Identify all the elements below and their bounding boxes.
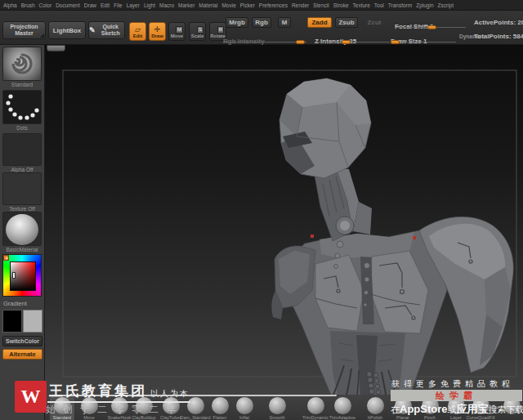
zcut-button[interactable]: Zcut (366, 17, 382, 28)
left-shelf: Standard Dots Alpha Off Texture Off Basi… (0, 45, 45, 420)
current-alpha-picker[interactable]: Alpha Off (2, 133, 42, 172)
menu-item[interactable]: Edit (101, 2, 110, 8)
brush-sphere-icon (212, 397, 229, 414)
tray-divider-tab[interactable] (47, 45, 65, 51)
ad-badge-band: 绘学霸 (391, 390, 522, 401)
menu-item[interactable]: Zplugin (416, 2, 433, 8)
brush-item[interactable]: TrimAdaptive (330, 397, 355, 420)
menu-item[interactable]: Render (292, 2, 309, 8)
current-texture-picker[interactable]: Texture Off (2, 172, 42, 212)
color-restore-chip[interactable] (3, 255, 9, 261)
menu-item[interactable]: Preferences (259, 2, 288, 8)
menu-item[interactable]: Layer (127, 2, 140, 8)
rgb-button[interactable]: Rgb (252, 17, 271, 28)
edit-mode-button[interactable]: ▱ Edit (129, 22, 146, 41)
active-points-readout: ActivePoints: 20, (474, 19, 523, 26)
alpha-thumbnail[interactable] (2, 133, 42, 166)
scale-mode-button[interactable]: S Scale (189, 22, 206, 41)
dots-icon (3, 91, 41, 123)
menu-item[interactable]: Zscript (438, 2, 454, 8)
logo-letter: W (21, 386, 41, 408)
menu-item[interactable]: Marker (178, 2, 194, 8)
secondary-color-swatch[interactable] (23, 310, 42, 333)
brush-item[interactable]: Inflat (232, 397, 257, 420)
focal-shift-slider[interactable]: Focal Shift 0 (395, 17, 466, 28)
menu-item[interactable]: Material (199, 2, 217, 8)
lightbox-button[interactable]: LightBox (48, 21, 86, 39)
saturation-value-square[interactable] (10, 261, 36, 291)
menu-item[interactable]: Texture (353, 2, 370, 8)
focal-shift-handle[interactable] (427, 25, 436, 29)
brush-sphere-icon (187, 397, 204, 414)
brush-item[interactable]: Flatten (208, 397, 232, 420)
brush-item[interactable]: hPolish (363, 397, 387, 420)
menu-item[interactable]: Color (39, 2, 52, 8)
brush-sphere-icon (307, 397, 324, 414)
ad-headline: 获得更多免费精品教程 (391, 378, 514, 390)
menu-item[interactable]: Draw (84, 2, 96, 8)
rgb-intensity-slider[interactable]: Rgb Intensity (223, 32, 306, 42)
menu-item[interactable]: Document (56, 2, 80, 8)
current-stroke-picker[interactable]: Dots (2, 90, 42, 131)
projection-master-button[interactable]: Projection Master (2, 21, 46, 39)
menu-item[interactable]: File (114, 2, 122, 8)
color-picker[interactable] (2, 254, 42, 297)
menu-item[interactable]: Brush (21, 2, 35, 8)
main-color-swatch[interactable] (2, 310, 22, 333)
move-mode-button[interactable]: M Move (168, 22, 186, 41)
total-points-readout: TotalPoints: 584, (474, 33, 523, 40)
alternate-button[interactable]: Alternate (2, 349, 42, 360)
swirl-icon (3, 47, 41, 80)
brush-thumbnail[interactable] (2, 47, 42, 81)
menu-item[interactable]: Stroke (333, 2, 349, 8)
gradient-label[interactable]: Gradient (3, 300, 27, 307)
menu-item[interactable]: Tool (374, 2, 384, 8)
sculpt-model (45, 45, 523, 395)
brush-sphere-icon (236, 397, 253, 414)
document-viewport[interactable] (45, 45, 523, 395)
draw-size-slider[interactable]: Draw Size 1 (391, 32, 456, 42)
draw-mode-button[interactable]: ✛ Draw (149, 22, 166, 41)
quick-sketch-button[interactable]: ✎ Quick Sketch (88, 21, 125, 39)
menu-item[interactable]: Macro (159, 2, 174, 8)
switch-color-button[interactable]: SwitchColor (2, 336, 42, 346)
rgb-intensity-handle[interactable] (296, 40, 305, 44)
menu-item[interactable]: Movie (221, 2, 235, 8)
z-intensity-handle[interactable] (342, 40, 351, 44)
zsub-button[interactable]: Zsub (335, 17, 358, 28)
brush-item[interactable]: TrimDynamic (303, 397, 328, 420)
menu-item[interactable]: Transform (388, 2, 412, 8)
zadd-button[interactable]: Zadd (307, 17, 332, 28)
stroke-thumbnail[interactable] (2, 90, 42, 124)
hue-square[interactable] (2, 254, 42, 297)
color-marker (12, 272, 16, 279)
z-intensity-slider[interactable]: Z Intensity 25 (315, 32, 390, 42)
brand-logo: W (15, 381, 47, 413)
menu-item[interactable]: Picker (240, 2, 255, 8)
texture-thumbnail[interactable] (2, 172, 42, 205)
brand-name: 王氏教育集团 (49, 382, 147, 400)
menu-item[interactable]: Alpha (3, 2, 17, 8)
edit-icon: ▱ (135, 25, 141, 34)
brush-item[interactable]: Smooth (265, 397, 289, 420)
material-sphere-icon (6, 214, 38, 245)
material-thumbnail[interactable] (2, 212, 42, 246)
move-badge: M (176, 26, 183, 34)
red-marker-left (311, 235, 314, 238)
m-button[interactable]: M (278, 17, 291, 28)
ad-download-text: 在AppStore或应用宝搜索下载 (391, 402, 523, 417)
current-brush-picker[interactable]: Standard (2, 47, 42, 87)
current-material-picker[interactable]: BasicMaterial (2, 212, 42, 252)
brand-slogan: 以人为本 (150, 388, 190, 400)
mrgb-button[interactable]: Mrgb (226, 17, 248, 28)
red-marker-right (413, 236, 416, 239)
draw-size-handle[interactable] (391, 40, 400, 44)
menu-item[interactable]: Stencil (313, 2, 329, 8)
crosshair-icon: ✛ (154, 25, 161, 34)
brush-sphere-icon (269, 397, 286, 414)
scale-badge: S (197, 26, 203, 34)
brush-sphere-icon (334, 397, 351, 414)
menu-item[interactable]: Light (144, 2, 155, 8)
menubar: AlphaBrushColorDocumentDrawEditFileLayer… (0, 0, 523, 11)
brush-sphere-icon (367, 397, 384, 414)
